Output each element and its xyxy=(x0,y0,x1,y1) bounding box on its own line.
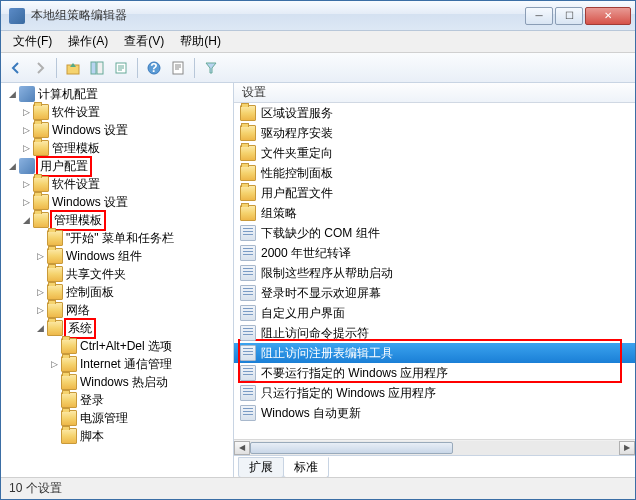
setting-icon xyxy=(240,405,256,421)
list-row[interactable]: 性能控制面板 xyxy=(234,163,635,183)
setting-icon xyxy=(240,385,256,401)
tree-windows-settings[interactable]: ▷Windows 设置 xyxy=(1,121,233,139)
list-item-label: 文件夹重定向 xyxy=(261,145,333,162)
list-item-label: 只运行指定的 Windows 应用程序 xyxy=(261,385,436,402)
content-area: ◢计算机配置 ▷软件设置 ▷Windows 设置 ▷管理模板 ◢用户配置 ▷软件… xyxy=(1,83,635,477)
list-row[interactable]: Windows 自动更新 xyxy=(234,403,635,423)
tab-standard[interactable]: 标准 xyxy=(283,457,329,477)
setting-icon xyxy=(240,325,256,341)
titlebar[interactable]: 本地组策略编辑器 ─ ☐ ✕ xyxy=(1,1,635,31)
tree-start-menu[interactable]: "开始" 菜单和任务栏 xyxy=(1,229,233,247)
list-header[interactable]: 设置 xyxy=(234,83,635,103)
list-body[interactable]: 区域设置服务驱动程序安装文件夹重定向性能控制面板用户配置文件组策略下载缺少的 C… xyxy=(234,103,635,439)
tree-network[interactable]: ▷网络 xyxy=(1,301,233,319)
up-button[interactable] xyxy=(62,57,84,79)
collapse-icon[interactable]: ◢ xyxy=(19,213,33,227)
list-row[interactable]: 下载缺少的 COM 组件 xyxy=(234,223,635,243)
tree-shared-folders[interactable]: 共享文件夹 xyxy=(1,265,233,283)
expand-icon[interactable]: ▷ xyxy=(19,195,33,209)
tree-windows-settings[interactable]: ▷Windows 设置 xyxy=(1,193,233,211)
collapse-icon[interactable]: ◢ xyxy=(5,159,19,173)
scroll-left-button[interactable]: ◀ xyxy=(234,441,250,455)
tree-hotstart[interactable]: Windows 热启动 xyxy=(1,373,233,391)
close-button[interactable]: ✕ xyxy=(585,7,631,25)
list-row[interactable]: 驱动程序安装 xyxy=(234,123,635,143)
menu-action[interactable]: 操作(A) xyxy=(60,31,116,52)
list-row[interactable]: 区域设置服务 xyxy=(234,103,635,123)
tree-system[interactable]: ◢系统 xyxy=(1,319,233,337)
horizontal-scrollbar[interactable]: ◀ ▶ xyxy=(234,439,635,455)
list-item-label: 自定义用户界面 xyxy=(261,305,345,322)
list-row[interactable]: 自定义用户界面 xyxy=(234,303,635,323)
tree-ctrl-alt-del[interactable]: Ctrl+Alt+Del 选项 xyxy=(1,337,233,355)
list-row[interactable]: 阻止访问命令提示符 xyxy=(234,323,635,343)
user-icon xyxy=(19,158,35,174)
tree-label: 软件设置 xyxy=(52,104,100,121)
expand-icon[interactable]: ▷ xyxy=(19,141,33,155)
collapse-icon[interactable]: ◢ xyxy=(5,87,19,101)
collapse-icon[interactable]: ◢ xyxy=(33,321,47,335)
tree-admin-templates[interactable]: ◢管理模板 xyxy=(1,211,233,229)
svg-text:?: ? xyxy=(150,61,157,75)
scroll-thumb[interactable] xyxy=(250,442,453,454)
scroll-right-button[interactable]: ▶ xyxy=(619,441,635,455)
expand-icon[interactable]: ▷ xyxy=(19,177,33,191)
list-row[interactable]: 组策略 xyxy=(234,203,635,223)
tree-label: 共享文件夹 xyxy=(66,266,126,283)
scroll-track[interactable] xyxy=(250,441,619,455)
list-row[interactable]: 不要运行指定的 Windows 应用程序 xyxy=(234,363,635,383)
app-icon xyxy=(9,8,25,24)
list-row[interactable]: 只运行指定的 Windows 应用程序 xyxy=(234,383,635,403)
show-hide-tree-button[interactable] xyxy=(86,57,108,79)
tree-admin-templates[interactable]: ▷管理模板 xyxy=(1,139,233,157)
tree-login[interactable]: 登录 xyxy=(1,391,233,409)
tree-software-settings[interactable]: ▷软件设置 xyxy=(1,103,233,121)
menu-help[interactable]: 帮助(H) xyxy=(172,31,229,52)
toolbar: ? xyxy=(1,53,635,83)
tree-windows-components[interactable]: ▷Windows 组件 xyxy=(1,247,233,265)
list-row[interactable]: 用户配置文件 xyxy=(234,183,635,203)
tab-extended[interactable]: 扩展 xyxy=(238,457,284,477)
tree-label: 管理模板 xyxy=(52,140,100,157)
expand-icon[interactable]: ▷ xyxy=(19,105,33,119)
statusbar: 10 个设置 xyxy=(1,477,635,499)
filter-button[interactable] xyxy=(200,57,222,79)
tree-software-settings[interactable]: ▷软件设置 xyxy=(1,175,233,193)
list-row[interactable]: 限制这些程序从帮助启动 xyxy=(234,263,635,283)
expand-icon[interactable]: ▷ xyxy=(47,357,61,371)
help-button[interactable]: ? xyxy=(143,57,165,79)
properties-button[interactable] xyxy=(167,57,189,79)
tree-user-config[interactable]: ◢用户配置 xyxy=(1,157,233,175)
tree-script[interactable]: 脚本 xyxy=(1,427,233,445)
menu-view[interactable]: 查看(V) xyxy=(116,31,172,52)
computer-icon xyxy=(19,86,35,102)
list-row[interactable]: 阻止访问注册表编辑工具 xyxy=(234,343,635,363)
maximize-button[interactable]: ☐ xyxy=(555,7,583,25)
list-item-label: Windows 自动更新 xyxy=(261,405,361,422)
back-button[interactable] xyxy=(5,57,27,79)
minimize-button[interactable]: ─ xyxy=(525,7,553,25)
tree-power[interactable]: 电源管理 xyxy=(1,409,233,427)
menubar: 文件(F) 操作(A) 查看(V) 帮助(H) xyxy=(1,31,635,53)
list-item-label: 组策略 xyxy=(261,205,297,222)
list-row[interactable]: 文件夹重定向 xyxy=(234,143,635,163)
list-row[interactable]: 登录时不显示欢迎屏幕 xyxy=(234,283,635,303)
export-button[interactable] xyxy=(110,57,132,79)
tree-label: Windows 设置 xyxy=(52,122,128,139)
expand-icon[interactable]: ▷ xyxy=(33,249,47,263)
list-row[interactable]: 2000 年世纪转译 xyxy=(234,243,635,263)
forward-button[interactable] xyxy=(29,57,51,79)
tree-control-panel[interactable]: ▷控制面板 xyxy=(1,283,233,301)
expand-icon[interactable]: ▷ xyxy=(33,303,47,317)
tree-panel[interactable]: ◢计算机配置 ▷软件设置 ▷Windows 设置 ▷管理模板 ◢用户配置 ▷软件… xyxy=(1,83,234,477)
setting-icon xyxy=(240,285,256,301)
list-item-label: 驱动程序安装 xyxy=(261,125,333,142)
list-item-label: 限制这些程序从帮助启动 xyxy=(261,265,393,282)
tree-internet-comm[interactable]: ▷Internet 通信管理 xyxy=(1,355,233,373)
expand-icon[interactable]: ▷ xyxy=(19,123,33,137)
folder-icon xyxy=(61,428,77,444)
menu-file[interactable]: 文件(F) xyxy=(5,31,60,52)
tree-computer-config[interactable]: ◢计算机配置 xyxy=(1,85,233,103)
expand-icon[interactable]: ▷ xyxy=(33,285,47,299)
folder-icon xyxy=(61,338,77,354)
